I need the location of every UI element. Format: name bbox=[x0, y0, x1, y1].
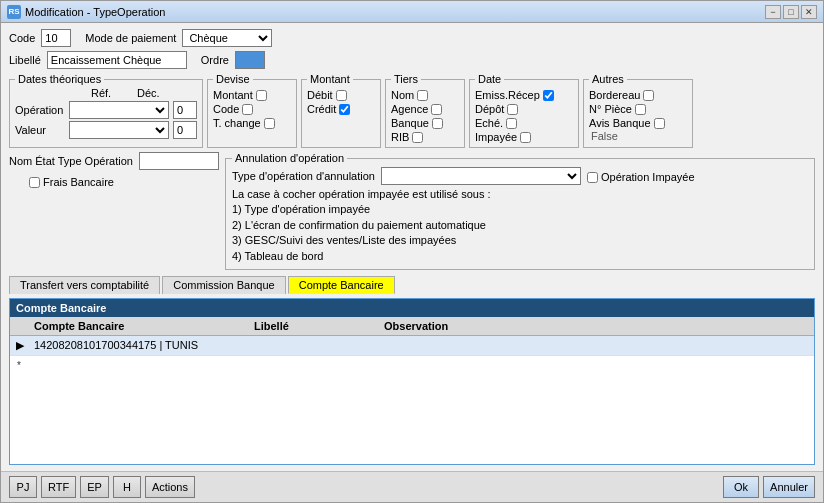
agence-row: Agence bbox=[391, 103, 459, 115]
autres-legend: Autres bbox=[589, 73, 627, 85]
impayee-row: Impayée bbox=[475, 131, 573, 143]
operation-impayee-label: Opération Impayée bbox=[601, 171, 695, 183]
avis-banque-checkbox[interactable] bbox=[654, 118, 665, 129]
code-input[interactable] bbox=[41, 29, 71, 47]
col-header-compte: Compte Bancaire bbox=[28, 319, 248, 333]
depot-checkbox[interactable] bbox=[507, 104, 518, 115]
col-header-observation: Observation bbox=[378, 319, 814, 333]
nom-etat-section: Nom État Type Opération Frais Bancaire bbox=[9, 152, 219, 188]
title-bar: RS Modification - TypeOperation − □ ✕ bbox=[1, 1, 823, 23]
col-header-libelle: Libellé bbox=[248, 319, 378, 333]
frais-label: Frais Bancaire bbox=[43, 176, 114, 188]
date-fieldset: Date Emiss.Récep Dépôt Eché. Impayée bbox=[469, 73, 579, 148]
depot-label: Dépôt bbox=[475, 103, 504, 115]
title-bar-left: RS Modification - TypeOperation bbox=[7, 5, 165, 19]
debit-label: Débit bbox=[307, 89, 333, 101]
bordereau-checkbox[interactable] bbox=[643, 90, 654, 101]
actions-button[interactable]: Actions bbox=[145, 476, 195, 498]
table-new-row[interactable]: * bbox=[10, 356, 814, 376]
rtf-button[interactable]: RTF bbox=[41, 476, 76, 498]
ep-button[interactable]: EP bbox=[80, 476, 109, 498]
operation-select[interactable] bbox=[69, 101, 169, 119]
bordereau-row: Bordereau bbox=[589, 89, 687, 101]
mode-paiement-select[interactable]: Chèque Virement Espèces Autre bbox=[182, 29, 272, 47]
annuler-button[interactable]: Annuler bbox=[763, 476, 815, 498]
operation-impayee-row: Opération Impayée bbox=[587, 171, 695, 183]
devise-code-checkbox[interactable] bbox=[242, 104, 253, 115]
pj-button[interactable]: PJ bbox=[9, 476, 37, 498]
dec-label: Déc. bbox=[137, 87, 160, 99]
ok-button[interactable]: Ok bbox=[723, 476, 759, 498]
agence-checkbox[interactable] bbox=[431, 104, 442, 115]
new-row-compte bbox=[28, 365, 248, 367]
close-button[interactable]: ✕ bbox=[801, 5, 817, 19]
mode-paiement-label: Mode de paiement bbox=[85, 32, 176, 44]
ordre-label: Ordre bbox=[201, 54, 229, 66]
main-window: RS Modification - TypeOperation − □ ✕ Co… bbox=[0, 0, 824, 503]
code-label: Code bbox=[9, 32, 35, 44]
nom-etat-input[interactable] bbox=[139, 152, 219, 170]
bottom-left-buttons: PJ RTF EP H Actions bbox=[9, 476, 195, 498]
h-button[interactable]: H bbox=[113, 476, 141, 498]
new-row-observation bbox=[378, 365, 814, 367]
banque-row: Banque bbox=[391, 117, 459, 129]
devise-montant-label: Montant bbox=[213, 89, 253, 101]
no-piece-checkbox[interactable] bbox=[635, 104, 646, 115]
bottom-bar: PJ RTF EP H Actions Ok Annuler bbox=[1, 471, 823, 502]
devise-tchange-label: T. change bbox=[213, 117, 261, 129]
operation-impayee-checkbox[interactable] bbox=[587, 172, 598, 183]
main-content: Code Mode de paiement Chèque Virement Es… bbox=[1, 23, 823, 471]
nom-checkbox[interactable] bbox=[417, 90, 428, 101]
minimize-button[interactable]: − bbox=[765, 5, 781, 19]
table-col-headers: Compte Bancaire Libellé Observation bbox=[10, 317, 814, 336]
montant-fieldset: Montant Débit Crédit bbox=[301, 73, 381, 148]
operation-row: Opération bbox=[15, 101, 197, 119]
credit-checkbox[interactable] bbox=[339, 104, 350, 115]
table-row[interactable]: ▶ 14208208101700344175 | TUNIS bbox=[10, 336, 814, 356]
nom-label: Nom bbox=[391, 89, 414, 101]
tab-commission[interactable]: Commission Banque bbox=[162, 276, 286, 294]
nom-annulation-section: Nom État Type Opération Frais Bancaire A… bbox=[9, 152, 815, 270]
app-icon: RS bbox=[7, 5, 21, 19]
valeur-select[interactable] bbox=[69, 121, 169, 139]
libelle-input[interactable] bbox=[47, 51, 187, 69]
annulation-line2: 1) Type d'opération impayée bbox=[232, 203, 370, 215]
date-legend: Date bbox=[475, 73, 504, 85]
eche-checkbox[interactable] bbox=[506, 118, 517, 129]
nom-row: Nom bbox=[391, 89, 459, 101]
annulation-description: La case à cocher opération impayée est u… bbox=[232, 187, 808, 264]
banque-checkbox[interactable] bbox=[432, 118, 443, 129]
no-piece-label: N° Pièce bbox=[589, 103, 632, 115]
ordre-input[interactable] bbox=[235, 51, 265, 69]
devise-tchange-checkbox[interactable] bbox=[264, 118, 275, 129]
valeur-label: Valeur bbox=[15, 124, 65, 136]
tab-compte-bancaire[interactable]: Compte Bancaire bbox=[288, 276, 395, 294]
annulation-legend: Annulation d'opération bbox=[232, 152, 347, 164]
annulation-line4: 3) GESC/Suivi des ventes/Liste des impay… bbox=[232, 234, 456, 246]
avis-banque-row: Avis Banque bbox=[589, 117, 687, 129]
val-dec-input[interactable] bbox=[173, 121, 197, 139]
impayee-checkbox[interactable] bbox=[520, 132, 531, 143]
debit-checkbox[interactable] bbox=[336, 90, 347, 101]
devise-montant-checkbox[interactable] bbox=[256, 90, 267, 101]
depot-row: Dépôt bbox=[475, 103, 573, 115]
eche-label: Eché. bbox=[475, 117, 503, 129]
annulation-line3: 2) L'écran de confirmation du paiement a… bbox=[232, 219, 486, 231]
rib-checkbox[interactable] bbox=[412, 132, 423, 143]
annulation-type-label: Type d'opération d'annulation bbox=[232, 170, 375, 182]
devise-tchange-row: T. change bbox=[213, 117, 291, 129]
rib-row: RIB bbox=[391, 131, 459, 143]
op-dec-input[interactable] bbox=[173, 101, 197, 119]
restore-button[interactable]: □ bbox=[783, 5, 799, 19]
annulation-line5: 4) Tableau de bord bbox=[232, 250, 324, 262]
frais-checkbox[interactable] bbox=[29, 177, 40, 188]
emiss-recep-checkbox[interactable] bbox=[543, 90, 554, 101]
emiss-recep-label: Emiss.Récep bbox=[475, 89, 540, 101]
tabs-area: Transfert vers comptabilité Commission B… bbox=[9, 276, 815, 294]
tiers-legend: Tiers bbox=[391, 73, 421, 85]
col-header-arrow bbox=[10, 319, 28, 333]
annulation-type-select[interactable] bbox=[381, 167, 581, 185]
devise-code-label: Code bbox=[213, 103, 239, 115]
no-piece-row: N° Pièce bbox=[589, 103, 687, 115]
tab-transfert[interactable]: Transfert vers comptabilité bbox=[9, 276, 160, 294]
